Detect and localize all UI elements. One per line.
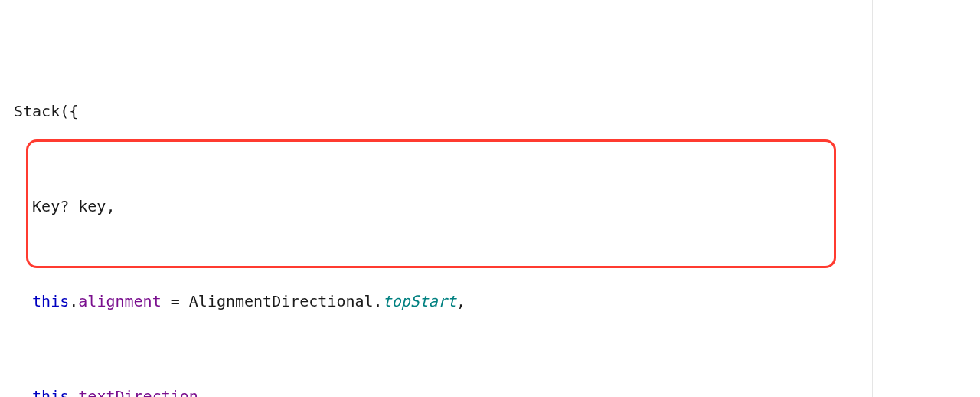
token: textDirection: [78, 385, 198, 397]
code-line: this.textDirection,: [14, 385, 980, 397]
token: .: [69, 290, 78, 313]
token: alignment: [78, 290, 161, 313]
token: Key? key,: [14, 195, 115, 218]
token: ,: [456, 290, 466, 313]
token: ,: [198, 385, 207, 397]
code-line: Key? key,: [14, 195, 980, 218]
token: this: [14, 385, 69, 397]
token: = AlignmentDirectional.: [162, 290, 383, 313]
token: .: [69, 385, 78, 397]
margin-guide: [872, 0, 873, 397]
code-editor[interactable]: Stack({ Key? key, this.alignment = Align…: [0, 0, 980, 397]
code-line: Stack({: [14, 100, 980, 123]
token: this: [14, 290, 69, 313]
code-line: this.alignment = AlignmentDirectional.to…: [14, 290, 980, 313]
token: topStart: [383, 290, 456, 313]
token: Stack: [14, 100, 60, 123]
token: ({: [60, 100, 78, 123]
